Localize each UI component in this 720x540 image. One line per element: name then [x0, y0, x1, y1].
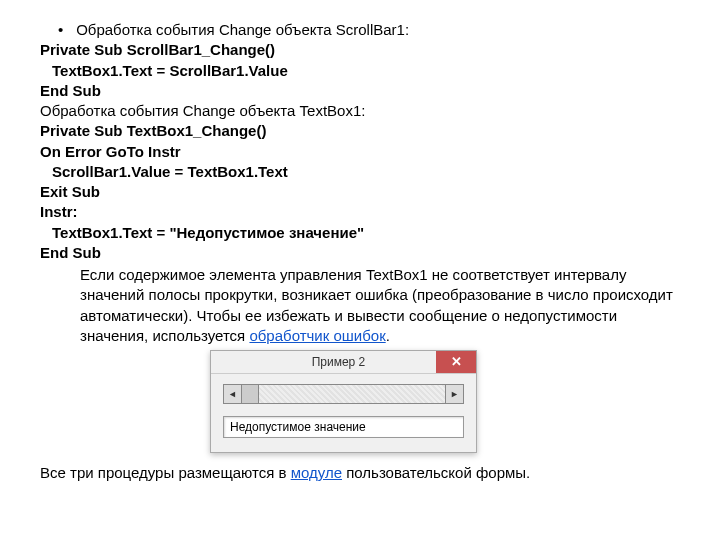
scrollbar-left-button[interactable]: ◄	[224, 385, 242, 403]
bottom-text-b: пользовательской формы.	[342, 464, 530, 481]
close-icon: ✕	[451, 353, 462, 371]
explanation-paragraph: Если содержимое элемента управления Text…	[40, 265, 680, 346]
window-titlebar: Пример 2 ✕	[211, 351, 476, 374]
triangle-left-icon: ◄	[228, 388, 237, 400]
code-line-12: End Sub	[40, 243, 680, 263]
scrollbar-thumb[interactable]	[242, 385, 259, 403]
slide-content: • Обработка события Change объекта Scrol…	[40, 20, 680, 483]
window-close-button[interactable]: ✕	[436, 351, 476, 373]
code-line-6: Private Sub TextBox1_Change()	[40, 121, 680, 141]
textbox-control[interactable]	[223, 416, 464, 438]
code-line-10: Instr:	[40, 202, 680, 222]
error-handler-link[interactable]: обработчик ошибок	[249, 327, 385, 344]
window-client-area: ◄ ►	[211, 374, 476, 452]
code-line-3: TextBox1.Text = ScrollBar1.Value	[40, 61, 680, 81]
bottom-paragraph: Все три процедуры размещаются в модуле п…	[40, 463, 680, 483]
bullet-line-1: • Обработка события Change объекта Scrol…	[58, 20, 680, 40]
code-line-8: ScrollBar1.Value = TextBox1.Text	[40, 162, 680, 182]
code-line-7: On Error GoTo Instr	[40, 142, 680, 162]
example-window: Пример 2 ✕ ◄ ►	[210, 350, 477, 453]
scrollbar-track[interactable]	[242, 385, 445, 403]
para-text-b: .	[386, 327, 390, 344]
module-link[interactable]: модуле	[291, 464, 342, 481]
code-line-4: End Sub	[40, 81, 680, 101]
triangle-right-icon: ►	[450, 388, 459, 400]
scrollbar-right-button[interactable]: ►	[445, 385, 463, 403]
bullet-icon: •	[58, 20, 72, 40]
scrollbar-control[interactable]: ◄ ►	[223, 384, 464, 404]
window-title: Пример 2	[241, 354, 436, 370]
code-line-9: Exit Sub	[40, 182, 680, 202]
text-line-1: Обработка события Change объекта ScrollB…	[76, 21, 409, 38]
text-line-5: Обработка события Change объекта TextBox…	[40, 101, 680, 121]
code-line-11: TextBox1.Text = "Недопустимое значение"	[40, 223, 680, 243]
bottom-text-a: Все три процедуры размещаются в	[40, 464, 291, 481]
code-line-2: Private Sub ScrollBar1_Change()	[40, 40, 680, 60]
